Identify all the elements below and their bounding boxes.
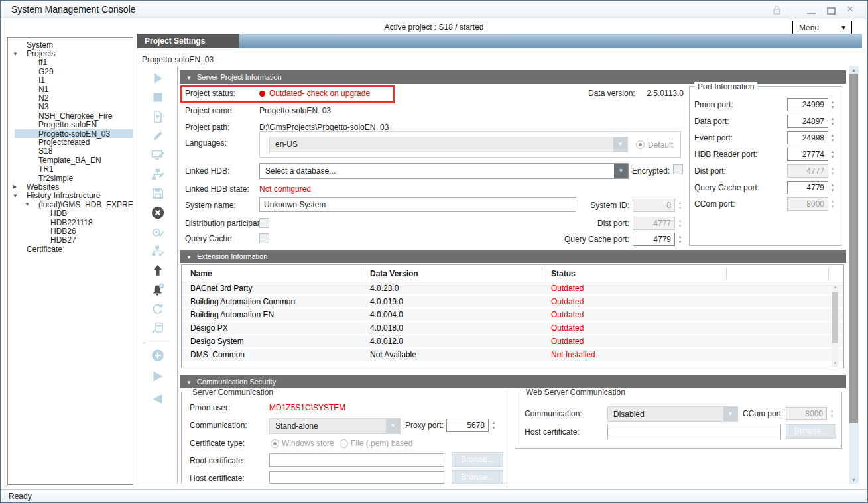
table-scrollbar[interactable]: ▲ ▼ [832, 284, 839, 367]
root-certificate-input[interactable] [269, 453, 444, 467]
tree-item-hdb[interactable]: HDB [8, 209, 133, 217]
project-name-value: Progetto-soloEN_03 [259, 106, 331, 115]
table-row[interactable]: Desigo PX4.0.018.0Outdated [182, 322, 843, 334]
tree-item-n2[interactable]: N2 [8, 93, 133, 102]
tree-item-projectcreated[interactable]: Projectcreated [8, 138, 133, 146]
table-row[interactable]: Building Automation Common4.0.019.0Outda… [182, 296, 843, 307]
table-row[interactable]: BACnet 3rd Party4.0.23.0Outdated [182, 282, 843, 294]
query-cache-port-spinner[interactable]: ▲▼ [676, 233, 684, 246]
system-name-input[interactable]: Unknown System [259, 197, 576, 212]
table-row[interactable]: DMS_CommonNot AvailableNot Installed [182, 349, 843, 361]
project-status-label: Project status: [185, 89, 235, 98]
main-scrollbar-thumb[interactable] [849, 74, 858, 423]
proxy-port-field[interactable]: 5678 [446, 419, 489, 432]
port-label: Event port: [694, 133, 787, 142]
cell-status: Outdated [542, 310, 727, 319]
pmon-user-value: MD1Z5S1C\SYSTEM [269, 403, 345, 412]
tree-item-g29[interactable]: G29 [8, 67, 133, 76]
scroll-up-icon[interactable]: ▲ [832, 284, 839, 291]
port-label: Pmon port: [694, 100, 787, 109]
scroll-down-icon[interactable]: ▼ [832, 360, 839, 367]
toolbar-button-notification-disable[interactable] [143, 281, 172, 298]
minimize-button[interactable] [807, 13, 816, 14]
tree-item-projects[interactable]: ▼Projects [8, 49, 133, 58]
tree-item-certificate[interactable]: Certificate [8, 245, 133, 253]
port-spinner[interactable]: ▲▼ [829, 100, 836, 109]
port-field[interactable]: 24998 [787, 131, 828, 144]
linked-hdb-dropdown[interactable]: Select a database... ▼ [259, 163, 629, 179]
section-header-extension[interactable]: ▼Extension Information [180, 250, 846, 263]
web-host-certificate-input[interactable] [607, 425, 781, 439]
query-cache-port-field[interactable]: 4779 [633, 233, 675, 246]
collapse-arrow-icon[interactable]: ▼ [11, 51, 27, 57]
distribution-participant-checkbox [259, 218, 269, 228]
port-field[interactable]: 24999 [787, 98, 828, 111]
collapse-arrow-icon[interactable]: ▼ [23, 201, 38, 207]
host-certificate-input[interactable] [269, 471, 444, 484]
tree-item-hdb26[interactable]: HDB26 [8, 227, 133, 235]
restore-history-icon [151, 302, 165, 316]
port-spinner[interactable]: ▲▼ [829, 150, 836, 159]
menu-button[interactable]: Menu ▼ [792, 21, 852, 34]
tree-item-tr1[interactable]: TR1 [8, 164, 133, 173]
port-spinner[interactable]: ▲▼ [829, 117, 836, 126]
tree-item-progetto-soloen[interactable]: Progetto-soloEN [8, 121, 133, 129]
table-scrollbar-thumb[interactable] [832, 292, 838, 343]
tab-project-settings[interactable]: Project Settings [137, 34, 239, 48]
expand-arrow-icon[interactable]: ▶ [11, 184, 27, 190]
tree-item-i1[interactable]: I1 [8, 76, 133, 85]
default-radio [636, 140, 645, 149]
tree-item--local-gms-hdb-express[interactable]: ▼(local)\GMS_HDB_EXPRESS [8, 200, 133, 209]
query-cache-label: Query Cache: [185, 234, 234, 243]
port-spinner[interactable]: ▲▼ [829, 133, 836, 142]
port-label: HDB Reader port: [694, 150, 787, 159]
tree-item-tr2simple[interactable]: Tr2simple [8, 174, 133, 182]
tree-item-hdb221118[interactable]: HDB221118 [8, 218, 133, 227]
column-header-data-version[interactable]: Data Version [361, 268, 542, 280]
table-row[interactable]: Building Automation EN4.0.004.0Outdated [182, 309, 843, 321]
table-row[interactable]: Desigo System4.0.012.0Outdated [182, 335, 843, 347]
column-header-empty [727, 268, 829, 280]
section-header-server-project[interactable]: ▼Server Project Information [180, 70, 846, 84]
main-scrollbar[interactable]: ▲ ▼ [849, 66, 859, 484]
collapse-arrow-icon[interactable]: ▼ [11, 193, 27, 199]
port-field[interactable]: 4779 [787, 181, 828, 194]
section-header-comm-security[interactable]: ▼Communication Security [180, 375, 846, 388]
tree-item-label: Progetto-soloEN [38, 120, 97, 129]
proxy-port-spinner[interactable]: ▲▼ [490, 419, 497, 432]
port-information-legend: Port Information [694, 82, 757, 91]
toolbar-button-close-project[interactable] [143, 204, 172, 221]
notification-disable-icon [151, 282, 165, 297]
tree-item-n3[interactable]: N3 [8, 103, 133, 111]
port-spinner[interactable]: ▲▼ [829, 183, 836, 192]
tree-item-label: TR1 [38, 164, 54, 174]
tree-item-label: HDB [50, 209, 67, 218]
tree-item-label: ff1 [38, 58, 47, 67]
scroll-up-icon[interactable]: ▲ [849, 66, 859, 74]
port-field: 8000 [787, 197, 828, 211]
tree-item-progetto-soloen-03[interactable]: Progetto-soloEN_03 [8, 129, 133, 138]
tree-item-s18[interactable]: S18 [8, 147, 133, 156]
port-field[interactable]: 24897 [787, 115, 828, 128]
maximize-button[interactable] [827, 7, 836, 15]
port-field[interactable]: 27774 [787, 148, 828, 161]
tree-item-websites[interactable]: ▶Websites [8, 182, 133, 191]
tree-item-label: Projects [27, 49, 55, 58]
close-button[interactable]: × [847, 3, 853, 16]
tree-item-system[interactable]: System [8, 40, 133, 49]
tree-item-n1[interactable]: N1 [8, 85, 133, 93]
system-id-spinner: ▲▼ [676, 199, 684, 212]
web-host-certificate-label: Host certificate: [525, 427, 580, 437]
tree-item-ff1[interactable]: ff1 [8, 58, 133, 67]
tree-item-template-ba-en[interactable]: Template_BA_EN [8, 156, 133, 164]
tree-item-nsh-cherokee-fire[interactable]: NSH_Cherokee_Fire [8, 111, 133, 120]
column-header-name[interactable]: Name [182, 268, 361, 280]
data-version-label: Data version: [588, 89, 635, 98]
column-header-status[interactable]: Status [542, 268, 727, 280]
tree-item-hdb27[interactable]: HDB27 [8, 236, 133, 245]
toolbar-button-upgrade-project[interactable] [143, 262, 172, 279]
tree-item-history-infrastructure[interactable]: ▼History Infrastructure [8, 192, 133, 200]
project-path-value: D:\GmsProjects\Progetto-soloEN_03 [259, 123, 389, 132]
tree-item-label: G29 [38, 67, 54, 76]
linked-hdb-state-value: Not configured [259, 184, 311, 194]
